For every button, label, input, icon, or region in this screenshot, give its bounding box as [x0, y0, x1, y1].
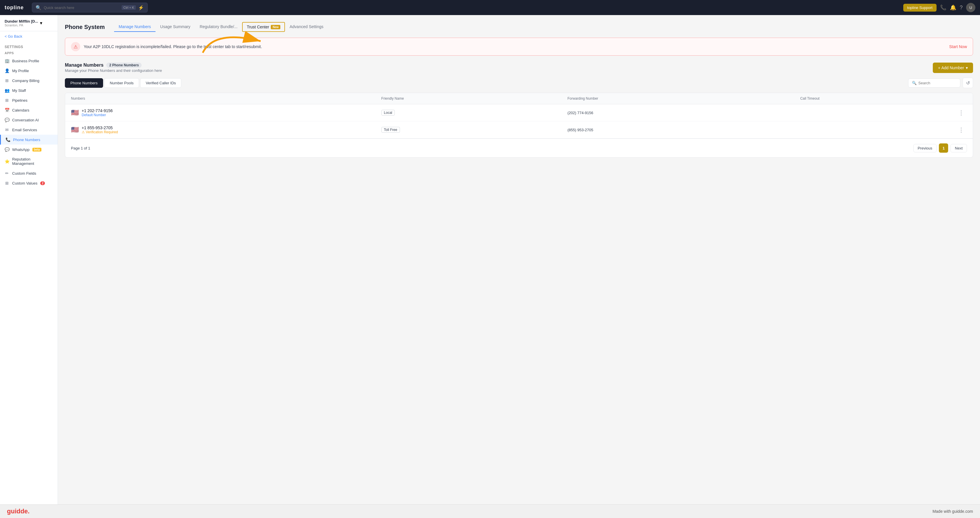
sidebar-item-reputation-management[interactable]: ⭐ Reputation Management [0, 155, 57, 168]
help-icon[interactable]: ? [960, 5, 963, 11]
apps-label: Apps [0, 50, 57, 56]
main-tabs: Manage Numbers Usage Summary Regulatory … [114, 22, 328, 32]
sub-tab-number-pools[interactable]: Number Pools [104, 78, 139, 88]
sidebar-item-my-staff[interactable]: 👥 My Staff [0, 86, 57, 95]
go-back-link[interactable]: < Go Back [0, 31, 57, 41]
my-profile-icon: 👤 [5, 69, 9, 73]
lightning-icon: ⚡ [138, 5, 144, 10]
sidebar-item-label: Phone Numbers [13, 138, 40, 142]
search-shortcut: Ctrl + K [122, 5, 136, 10]
phone-number-2: +1 855-953-2705 [82, 126, 118, 130]
org-selector[interactable]: Dunder Mifflin [D... Scranton, PA ▾ [0, 15, 57, 31]
sidebar-item-label: Custom Fields [12, 171, 36, 175]
number-tag-1: Local [382, 110, 395, 116]
pagination-controls: Previous 1 Next [913, 143, 967, 153]
trust-center-new-badge: New [271, 25, 280, 29]
number-cell-2: 🇺🇸 +1 855-953-2705 Verification Required [71, 126, 382, 134]
sidebar-item-email-services[interactable]: ✉ Email Services [0, 125, 57, 135]
bell-icon[interactable]: 🔔 [950, 4, 956, 11]
page-info: Page 1 of 1 [71, 146, 91, 150]
number-label-1[interactable]: Default Number [82, 113, 113, 117]
tag-cell-2: Toll Free [382, 127, 568, 133]
main-layout: Dunder Mifflin [D... Scranton, PA ▾ < Go… [0, 15, 980, 504]
next-button[interactable]: Next [950, 144, 967, 152]
sidebar-item-label: WhatsApp [12, 147, 30, 152]
col-header-friendly-name: Friendly Name [382, 96, 568, 100]
search-field[interactable]: 🔍 [908, 78, 960, 88]
flag-icon-2: 🇺🇸 [71, 126, 79, 134]
search-input[interactable] [44, 5, 119, 10]
reputation-icon: ⭐ [5, 159, 9, 164]
col-header-forwarding: Forwarding Number [568, 96, 800, 100]
whatsapp-icon: 💬 [5, 147, 9, 152]
row-more-button-1[interactable]: ⋮ [955, 109, 967, 116]
search-icon: 🔍 [36, 5, 41, 10]
sidebar-item-label: Pipelines [12, 98, 27, 102]
search-area: 🔍 ↺ [908, 78, 973, 88]
table-row: 🇺🇸 +1 202-774-9156 Default Number Local … [65, 104, 973, 121]
global-search[interactable]: 🔍 Ctrl + K ⚡ [32, 3, 148, 13]
search-input[interactable] [918, 81, 956, 85]
tab-manage-numbers[interactable]: Manage Numbers [114, 22, 156, 32]
business-profile-icon: 🏢 [5, 59, 9, 63]
sidebar-item-custom-values[interactable]: ⊞ Custom Values 2 [0, 178, 57, 188]
sidebar-item-business-profile[interactable]: 🏢 Business Profile [0, 56, 57, 66]
sidebar-item-label: My Profile [12, 69, 29, 73]
manage-numbers-subtitle: Manage your Phone Numbers and their conf… [65, 69, 162, 73]
support-button[interactable]: topline Support [903, 4, 937, 11]
custom-fields-icon: ✏ [5, 171, 9, 175]
col-header-numbers: Numbers [71, 96, 382, 100]
sidebar-item-label: Business Profile [12, 59, 39, 63]
phone-count-badge: 2 Phone Numbers [106, 62, 142, 68]
pipelines-icon: ⊞ [5, 98, 9, 102]
tab-advanced-settings[interactable]: Advanced Settings [285, 22, 328, 32]
sidebar-item-custom-fields[interactable]: ✏ Custom Fields [0, 168, 57, 178]
company-billing-icon: ⊞ [5, 78, 9, 83]
page-header: Phone System Manage Numbers Usage Summar… [65, 22, 973, 32]
sidebar-item-calendars[interactable]: 📅 Calendars [0, 105, 57, 115]
sidebar-item-pipelines[interactable]: ⊞ Pipelines [0, 95, 57, 105]
sidebar-item-whatsapp[interactable]: 💬 WhatsApp beta [0, 145, 57, 155]
sidebar-item-my-profile[interactable]: 👤 My Profile [0, 66, 57, 76]
numbers-table: Numbers Friendly Name Forwarding Number … [65, 93, 973, 158]
add-number-button[interactable]: + Add Number ▾ [933, 62, 973, 73]
trust-center-label: Trust Center [247, 25, 269, 29]
number-cell-1: 🇺🇸 +1 202-774-9156 Default Number [71, 108, 382, 117]
refresh-button[interactable]: ↺ [963, 78, 973, 88]
flag-icon-1: 🇺🇸 [71, 109, 79, 116]
sub-tab-verified-caller-ids[interactable]: Verified Caller IDs [140, 78, 181, 88]
friendly-name-2: (855) 953-2705 [568, 128, 800, 132]
avatar[interactable]: U [966, 3, 975, 12]
sidebar-item-label: Custom Values [12, 181, 37, 185]
sidebar-item-label: Reputation Management [12, 157, 53, 166]
sidebar: Dunder Mifflin [D... Scranton, PA ▾ < Go… [0, 15, 58, 504]
page-title: Phone System [65, 24, 105, 30]
app-logo: topline [5, 5, 24, 11]
sub-tab-phone-numbers[interactable]: Phone Numbers [65, 78, 103, 88]
custom-values-badge: 2 [40, 182, 45, 185]
manage-numbers-title: Manage Numbers 2 Phone Numbers [65, 62, 162, 68]
search-icon: 🔍 [912, 81, 916, 85]
phone-icon[interactable]: 📞 [940, 4, 947, 11]
row-more-button-2[interactable]: ⋮ [955, 126, 967, 133]
alert-banner: ⚠ Your A2P 10DLC registration is incompl… [65, 38, 973, 56]
table-header: Numbers Friendly Name Forwarding Number … [65, 93, 973, 104]
sidebar-item-label: My Staff [12, 88, 26, 93]
alert-icon: ⚠ [71, 42, 80, 51]
calendars-icon: 📅 [5, 108, 9, 112]
sidebar-item-conversation-ai[interactable]: 💬 Conversation AI [0, 115, 57, 125]
alert-message: Your A2P 10DLC registration is incomplet… [84, 44, 946, 49]
sidebar-item-phone-numbers[interactable]: 📞 Phone Numbers [0, 135, 57, 145]
sidebar-item-company-billing[interactable]: ⊞ Company Billing [0, 76, 57, 86]
tab-usage-summary[interactable]: Usage Summary [156, 22, 195, 32]
guidde-logo: guidde. [7, 508, 30, 515]
page-number-button[interactable]: 1 [939, 143, 948, 153]
number-label-2[interactable]: Verification Required [82, 130, 118, 134]
previous-button[interactable]: Previous [913, 144, 937, 152]
org-location: Scranton, PA [5, 24, 38, 27]
alert-action-button[interactable]: Start Now [949, 44, 967, 49]
tab-trust-center[interactable]: Trust Center New [242, 22, 285, 32]
tab-regulatory[interactable]: Regulatory Bundle/... [195, 22, 242, 32]
topnav-right: topline Support 📞 🔔 ? U [903, 3, 975, 12]
custom-values-icon: ⊞ [5, 181, 9, 185]
